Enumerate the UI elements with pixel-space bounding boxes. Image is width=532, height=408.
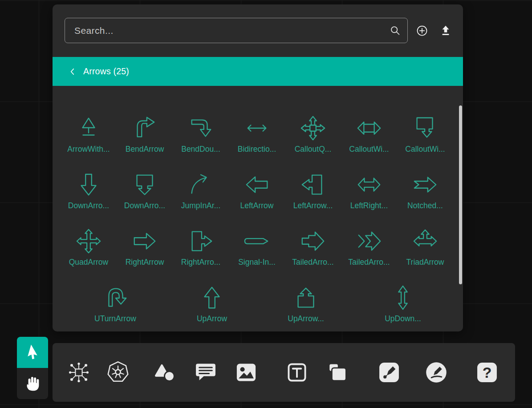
shape-item-label: RightArrow (126, 258, 164, 267)
quad-arrow-icon (75, 227, 102, 255)
shape-item-notched-arrow[interactable]: Notched... (407, 171, 443, 210)
plus-circle-icon (416, 24, 428, 37)
right-arrow-callout-icon (187, 227, 215, 255)
shape-item-label: BendArrow (126, 145, 164, 154)
shape-grid: ArrowWith...BendArrowBendDou...Bidirecti… (53, 114, 463, 267)
shape-item-label: UpArrow (197, 314, 227, 323)
shape-item-up-arrow-callout[interactable]: UpArrow... (288, 284, 324, 323)
shape-item-label: LeftArrow (240, 201, 274, 210)
shape-item-bidirectional-arrow[interactable]: Bidirectio... (238, 114, 276, 154)
notched-arrow-icon (411, 171, 439, 198)
search-row (53, 4, 463, 43)
hand-icon (24, 375, 41, 392)
search-icon (389, 24, 402, 37)
shape-item-jump-in-arrow[interactable]: JumpInAr... (181, 171, 221, 210)
mesh-icon (67, 360, 91, 384)
bottom-toolbar: ? (53, 343, 515, 402)
kubernetes-icon (106, 360, 130, 384)
shape-item-bend-double-arrow[interactable]: BendDou... (181, 114, 220, 154)
canvas-background[interactable]: Arrows (25) ArrowWith...BendArrowBendDou… (0, 0, 532, 408)
svg-text:?: ? (483, 364, 492, 381)
tool-brush-button[interactable] (423, 360, 449, 385)
publish-button[interactable] (439, 24, 452, 37)
shape-item-right-arrow-callout[interactable]: RightArro... (181, 227, 221, 267)
shape-item-label: JumpInAr... (181, 201, 221, 210)
tool-cursor-button[interactable] (17, 337, 48, 368)
shape-item-label: DownArro... (124, 201, 165, 210)
shape-item-u-turn-arrow[interactable]: UTurnArrow (94, 284, 136, 323)
shape-item-right-arrow[interactable]: RightArrow (126, 227, 164, 267)
shape-item-label: TriadArrow (406, 258, 444, 267)
help-icon: ? (475, 360, 499, 384)
arrow-with-base-icon (75, 114, 102, 142)
shape-item-tailed-arrow-2[interactable]: TailedArro... (348, 227, 390, 267)
publish-icon (439, 24, 452, 37)
tool-note-button[interactable] (325, 360, 350, 385)
up-arrow-callout-icon (292, 284, 320, 311)
text-icon (285, 360, 309, 384)
bend-double-arrow-icon (187, 114, 215, 142)
tool-hand-button[interactable] (17, 368, 48, 399)
shape-item-label: LeftRight... (350, 201, 388, 210)
shape-item-label: TailedArro... (348, 258, 390, 267)
up-arrow-icon (198, 284, 226, 311)
shape-item-quad-arrow[interactable]: QuadArrow (69, 227, 109, 267)
shape-item-up-down-arrow[interactable]: UpDown... (385, 284, 421, 323)
pointer-tools (17, 337, 48, 399)
comment-icon (194, 360, 218, 384)
left-arrow-callout-icon (299, 171, 327, 198)
callout-quad-arrow-icon (299, 114, 327, 142)
shape-item-callout-quad-arrow[interactable]: CalloutQ... (295, 114, 332, 154)
callout-down-arrow-icon (411, 114, 439, 142)
left-arrow-icon (243, 171, 271, 198)
bend-arrow-icon (131, 114, 158, 142)
shape-item-left-right-arrow[interactable]: LeftRight... (350, 171, 388, 210)
callout-width-arrow-icon (355, 114, 383, 142)
shape-item-label: QuadArrow (69, 258, 109, 267)
tailed-arrow-2-icon (355, 227, 383, 255)
shape-item-label: CalloutWi... (405, 145, 445, 154)
category-header[interactable]: Arrows (25) (53, 57, 463, 86)
shape-item-label: LeftArrow... (293, 201, 333, 210)
shape-item-up-arrow[interactable]: UpArrow (197, 284, 227, 323)
shape-item-bend-arrow[interactable]: BendArrow (126, 114, 164, 154)
shape-item-label: DownArro... (68, 201, 109, 210)
scrollbar-thumb[interactable] (459, 105, 462, 284)
shape-item-left-arrow[interactable]: LeftArrow (240, 171, 274, 210)
shape-item-label: UpDown... (385, 314, 421, 323)
tool-text-button[interactable] (284, 360, 310, 385)
shape-item-signal-in[interactable]: Signal-In... (238, 227, 276, 267)
shape-item-label: CalloutWi... (349, 145, 389, 154)
u-turn-arrow-icon (102, 284, 129, 311)
signal-in-icon (243, 227, 271, 255)
triad-arrow-icon (411, 227, 439, 255)
shape-item-arrow-with-base[interactable]: ArrowWith... (67, 114, 110, 154)
down-arrow-icon (75, 171, 102, 198)
shape-item-label: UpArrow... (288, 314, 324, 323)
shape-grid-last-row: UTurnArrowUpArrowUpArrow...UpDown... (53, 284, 463, 323)
shape-item-down-arrow[interactable]: DownArro... (68, 171, 109, 210)
tool-kubernetes-button[interactable] (105, 360, 131, 385)
shape-library-panel: Arrows (25) ArrowWith...BendArrowBendDou… (53, 4, 463, 331)
note-icon (325, 360, 349, 384)
shape-item-label: Signal-In... (238, 258, 276, 267)
shape-item-left-arrow-callout[interactable]: LeftArrow... (293, 171, 333, 210)
back-chevron-icon[interactable] (69, 67, 77, 76)
shape-item-tailed-arrow[interactable]: TailedArro... (292, 227, 333, 267)
tool-pen-button[interactable] (376, 360, 402, 385)
shape-item-callout-width-arrow[interactable]: CalloutWi... (349, 114, 389, 154)
tool-help-button[interactable]: ? (474, 360, 500, 385)
category-title: Arrows (25) (83, 66, 129, 77)
tool-image-button[interactable] (233, 360, 259, 385)
tool-mesh-button[interactable] (66, 360, 92, 385)
left-right-arrow-icon (355, 171, 383, 198)
shape-item-down-arrow-callout[interactable]: DownArro... (124, 171, 165, 210)
shape-item-callout-down-arrow[interactable]: CalloutWi... (405, 114, 445, 154)
search-input[interactable] (65, 18, 407, 43)
shape-item-label: TailedArro... (292, 258, 333, 267)
shape-item-label: UTurnArrow (94, 314, 136, 323)
tool-comment-button[interactable] (193, 360, 219, 385)
shape-item-triad-arrow[interactable]: TriadArrow (406, 227, 444, 267)
tool-shapes-button[interactable] (153, 360, 179, 385)
add-shape-button[interactable] (416, 24, 428, 37)
